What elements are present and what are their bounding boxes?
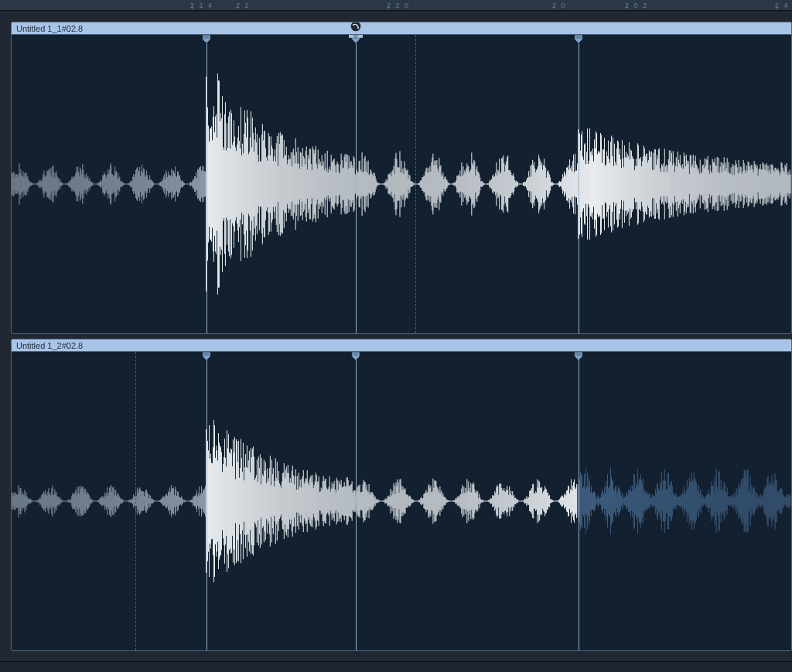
clip-body[interactable] xyxy=(12,35,791,333)
flex-anchor-icon[interactable] xyxy=(346,22,365,43)
ruler-label: 2 1 4 xyxy=(190,2,213,9)
svg-point-1 xyxy=(353,24,354,26)
grid-line xyxy=(415,35,416,333)
ruler-label: 2 0 2 xyxy=(625,2,648,9)
audio-editor-root: 2 1 42 22 2 02 02 0 22 4 Untitled 1_1#02… xyxy=(0,0,792,672)
transient-marker[interactable] xyxy=(207,352,207,650)
ruler-label: 2 4 xyxy=(775,2,790,9)
horizontal-scrollbar[interactable] xyxy=(0,661,792,672)
transient-marker[interactable] xyxy=(579,352,579,650)
waveform-segment[interactable] xyxy=(355,479,576,524)
waveform-segment[interactable] xyxy=(12,163,206,205)
marker-flag-icon[interactable] xyxy=(574,352,583,361)
track-area: Untitled 1_1#02.8 Untitled 1_2#02.8 xyxy=(0,11,792,661)
svg-point-2 xyxy=(357,27,359,29)
waveform[interactable] xyxy=(12,35,791,333)
svg-point-0 xyxy=(350,22,361,32)
marker-flag-icon[interactable] xyxy=(202,35,211,44)
clip-name-label[interactable]: Untitled 1_2#02.8 xyxy=(12,339,791,352)
svg-rect-3 xyxy=(349,35,353,38)
grid-line xyxy=(135,352,136,650)
transient-marker[interactable] xyxy=(207,35,207,333)
ruler-label: 2 2 xyxy=(236,2,251,9)
waveform[interactable] xyxy=(12,352,791,650)
waveform-segment[interactable] xyxy=(355,151,576,217)
timeline-ruler[interactable]: 2 1 42 22 2 02 02 0 22 4 xyxy=(0,0,792,11)
ruler-label: 2 0 xyxy=(552,2,567,9)
svg-rect-4 xyxy=(359,35,363,38)
marker-flag-icon[interactable] xyxy=(574,35,583,44)
audio-clip[interactable]: Untitled 1_2#02.8 xyxy=(11,339,792,651)
waveform-segment[interactable] xyxy=(207,73,355,295)
transient-marker[interactable] xyxy=(356,35,357,333)
marker-flag-icon[interactable] xyxy=(202,352,211,361)
transient-marker[interactable] xyxy=(356,352,357,650)
audio-clip[interactable]: Untitled 1_1#02.8 xyxy=(11,22,792,334)
waveform-segment[interactable] xyxy=(578,128,790,240)
clip-body[interactable] xyxy=(12,352,791,650)
clip-name-label[interactable]: Untitled 1_1#02.8 xyxy=(12,22,791,35)
transient-marker[interactable] xyxy=(579,35,579,333)
marker-flag-icon[interactable] xyxy=(351,352,360,361)
waveform-segment[interactable] xyxy=(578,468,790,535)
ruler-label: 2 2 0 xyxy=(387,2,410,9)
waveform-segment[interactable] xyxy=(207,420,355,582)
waveform-segment[interactable] xyxy=(12,485,206,517)
